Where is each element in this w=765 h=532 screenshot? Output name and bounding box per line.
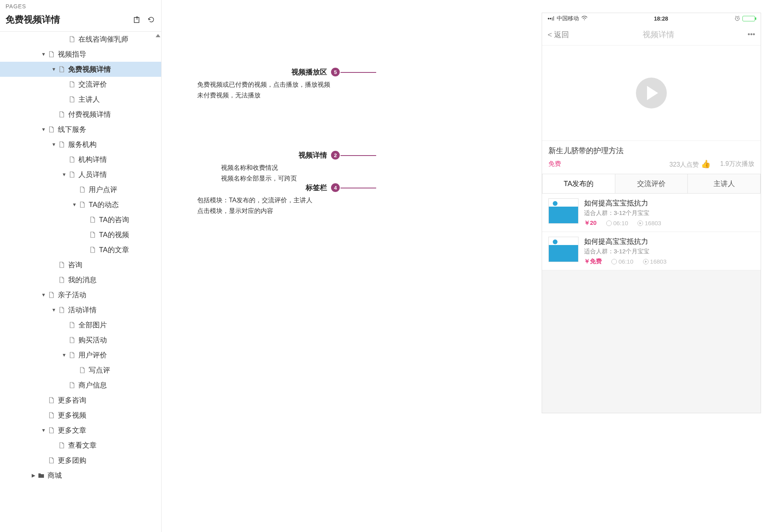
export-icon[interactable] — [133, 15, 141, 24]
video-card[interactable]: 如何提高宝宝抵抗力 适合人群：3-12个月宝宝 ￥免费 06:10 16803 — [542, 232, 761, 270]
tree-item[interactable]: 我的消息 — [0, 272, 161, 287]
tree-label: 查看文章 — [68, 441, 97, 450]
tree-item[interactable]: 更多咨询 — [0, 393, 161, 408]
chevron-icon[interactable]: ▼ — [72, 202, 77, 207]
annotation-title: 视频播放区 — [291, 67, 327, 77]
tree-item[interactable]: TA的文章 — [0, 242, 161, 257]
tree-item[interactable]: ▼TA的动态 — [0, 197, 161, 212]
chevron-icon[interactable]: ▼ — [41, 51, 46, 57]
tree-item[interactable]: ▼线下服务 — [0, 122, 161, 137]
scroll-up-icon[interactable] — [156, 34, 160, 37]
tree-item[interactable]: 交流评价 — [0, 77, 161, 92]
tree-label: 用户点评 — [89, 185, 117, 194]
chevron-icon[interactable]: ▼ — [62, 172, 67, 177]
annotation-badge: 2 — [331, 151, 340, 160]
tree-label: 咨询 — [68, 260, 82, 270]
tree-item[interactable]: 更多团购 — [0, 453, 161, 468]
chevron-icon[interactable]: ▼ — [51, 307, 56, 313]
file-icon — [48, 397, 55, 403]
annotation-body: 视频名称和收费情况 视频名称全部显示，可跨页 — [221, 162, 340, 184]
video-play-area[interactable] — [542, 46, 761, 141]
tree-label: 付费视频详情 — [68, 110, 111, 119]
file-icon — [59, 141, 65, 148]
tree-label: 更多团购 — [58, 456, 86, 465]
tree-item[interactable]: ▼人员详情 — [0, 167, 161, 182]
file-icon — [48, 427, 55, 433]
thumbnail — [548, 237, 579, 262]
play-count: 16803 — [645, 220, 661, 226]
tree-item[interactable]: ▼亲子活动 — [0, 287, 161, 302]
tree-label: 亲子活动 — [58, 290, 86, 300]
tree-label: TA的视频 — [99, 230, 129, 239]
chevron-icon[interactable]: ▼ — [41, 292, 46, 298]
tree-item[interactable]: 主讲人 — [0, 92, 161, 107]
tree-label: 视频指导 — [58, 49, 86, 59]
card-price: ￥免费 — [584, 258, 602, 265]
card-title: 如何提高宝宝抵抗力 — [584, 198, 754, 208]
tree-item[interactable]: 更多视频 — [0, 408, 161, 423]
chevron-icon[interactable]: ▼ — [51, 66, 56, 72]
pages-tree[interactable]: 在线咨询催乳师▼视频指导▼免费视频详情交流评价主讲人付费视频详情▼线下服务▼服务… — [0, 32, 161, 532]
tree-label: 更多文章 — [58, 426, 86, 435]
tree-item[interactable]: 咨询 — [0, 257, 161, 272]
tree-item[interactable]: ▼服务机构 — [0, 137, 161, 152]
tree-item[interactable]: 商户信息 — [0, 378, 161, 393]
tree-item[interactable]: ▼用户评价 — [0, 348, 161, 363]
tree-label: 我的消息 — [68, 275, 97, 285]
tree-item[interactable]: 购买活动 — [0, 332, 161, 348]
tree-item[interactable]: 写点评 — [0, 363, 161, 378]
chevron-icon[interactable]: ▼ — [51, 142, 56, 147]
annotation-body: 包括模块：TA发布的，交流评价，主讲人 点击模块，显示对应的内容 — [197, 195, 340, 216]
chevron-icon[interactable]: ▼ — [62, 352, 67, 358]
video-card[interactable]: 如何提高宝宝抵抗力 适合人群：3-12个月宝宝 ￥20 06:10 16803 — [542, 194, 761, 232]
thumbnail — [548, 198, 579, 224]
tab-reviews[interactable]: 交流评价 — [615, 174, 688, 194]
leader-line — [341, 188, 376, 188]
tab-published[interactable]: TA发布的 — [542, 174, 615, 194]
tree-item[interactable]: ▼活动详情 — [0, 302, 161, 317]
tree-label: 全部图片 — [78, 320, 107, 330]
tree-item[interactable]: 查看文章 — [0, 438, 161, 453]
file-icon — [48, 126, 55, 133]
tree-label: 用户评价 — [78, 350, 107, 360]
file-icon — [59, 66, 65, 72]
tree-item[interactable]: ▼视频指导 — [0, 47, 161, 62]
tree-item[interactable]: 机构详情 — [0, 152, 161, 167]
clock-icon — [606, 220, 612, 226]
content-list[interactable]: 如何提高宝宝抵抗力 适合人群：3-12个月宝宝 ￥20 06:10 16803 … — [542, 194, 761, 413]
back-button[interactable]: < 返回 — [548, 30, 569, 40]
signal-icon: ••ıl — [548, 15, 554, 22]
card-price: ￥20 — [584, 219, 597, 227]
chevron-icon[interactable]: ▼ — [41, 428, 46, 433]
file-icon — [79, 201, 86, 208]
tree-item[interactable]: 付费视频详情 — [0, 107, 161, 122]
tree-label: 更多视频 — [58, 410, 86, 420]
refresh-icon[interactable] — [147, 15, 156, 24]
file-icon — [89, 232, 96, 238]
annotation-title: 视频详情 — [299, 150, 327, 160]
annotation-title: 标签栏 — [306, 183, 327, 192]
tree-label: 商户信息 — [78, 380, 107, 390]
tree-item[interactable]: 用户点评 — [0, 182, 161, 197]
play-icon[interactable] — [636, 78, 667, 108]
chevron-icon[interactable]: ▼ — [41, 127, 46, 132]
tree-item[interactable]: TA的视频 — [0, 227, 161, 242]
thumbs-up-icon[interactable]: 👍 — [701, 160, 711, 168]
folder-icon — [38, 472, 44, 479]
card-subtitle: 适合人群：3-12个月宝宝 — [584, 209, 754, 217]
tree-item[interactable]: 全部图片 — [0, 317, 161, 332]
chevron-icon[interactable]: ▶ — [31, 473, 36, 478]
file-icon — [89, 217, 96, 223]
tree-label: 商城 — [48, 471, 62, 480]
tree-item[interactable]: ▼更多文章 — [0, 423, 161, 438]
tree-item[interactable]: ▶商城 — [0, 468, 161, 483]
tree-item[interactable]: 在线咨询催乳师 — [0, 32, 161, 47]
tree-item[interactable]: TA的咨询 — [0, 212, 161, 227]
file-icon — [59, 442, 65, 448]
pages-sidebar: PAGES 免费视频详情 在线咨询催乳师▼视频指导▼免费视频详情交流评价主讲人付… — [0, 0, 162, 532]
more-button[interactable]: ••• — [748, 30, 755, 39]
tree-item[interactable]: ▼免费视频详情 — [0, 62, 161, 77]
tab-speaker[interactable]: 主讲人 — [688, 174, 761, 194]
file-icon — [59, 262, 65, 268]
video-info: 新生儿脐带的护理方法 免费 323人点赞 👍 1.9万次播放 — [542, 141, 761, 174]
